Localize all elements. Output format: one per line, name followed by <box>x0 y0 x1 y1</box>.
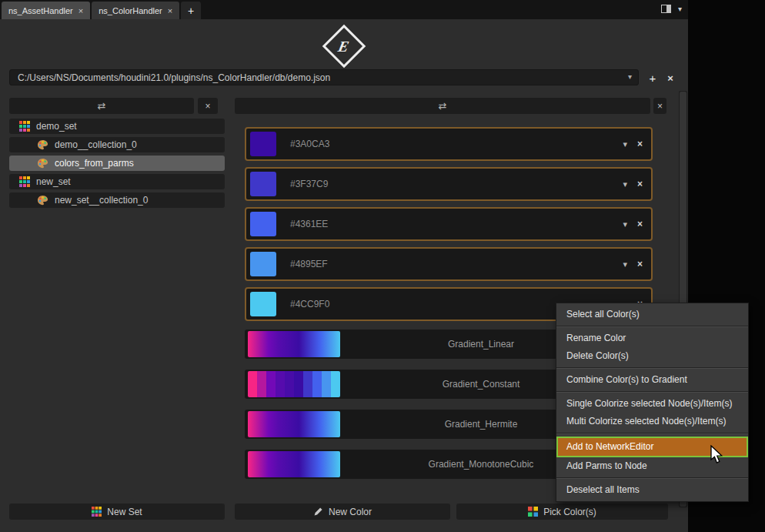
menu-item-select-all-color-s[interactable]: Select all Color(s) <box>556 306 748 323</box>
gradient-swatch[interactable] <box>248 411 340 437</box>
menu-item-single-colorize-selected-node-s-item-s[interactable]: Single Colorize selected Node(s)/Item(s) <box>556 395 748 413</box>
gradient-swatch[interactable] <box>248 451 340 477</box>
file-path-input[interactable] <box>9 69 639 85</box>
tree-item-label: demo__collection_0 <box>55 139 137 150</box>
color-swatch[interactable] <box>250 172 276 196</box>
palette-icon <box>37 139 48 151</box>
left-filter-clear-button[interactable]: × <box>198 98 218 114</box>
color-hex-label: #4895EF <box>290 259 328 269</box>
tab-bar: ns_AssetHandler × ns_ColorHandler × + ▾ <box>0 0 688 19</box>
pane-layout-icon[interactable] <box>661 5 671 13</box>
tab-close-icon[interactable]: × <box>168 6 172 15</box>
context-menu: Select all Color(s)Rename ColorDelete Co… <box>556 303 749 502</box>
close-icon[interactable]: × <box>637 259 643 269</box>
chevron-down-icon[interactable]: ▾ <box>623 179 627 189</box>
menu-separator <box>556 391 748 393</box>
new-tab-button[interactable]: + <box>181 2 201 19</box>
tab-close-icon[interactable]: × <box>79 6 83 15</box>
set-grid-icon <box>19 176 30 187</box>
tree-item-new-set[interactable]: new_set <box>9 174 225 189</box>
swap-arrows-icon: ⇄ <box>98 100 106 112</box>
right-filter-clear-button[interactable]: × <box>653 98 666 114</box>
palette-icon <box>37 158 48 169</box>
color-swatch[interactable] <box>250 212 276 236</box>
close-file-button[interactable]: × <box>663 71 677 85</box>
tab-label: ns_ColorHandler <box>99 6 162 15</box>
color-hex-label: #4CC9F0 <box>290 299 329 309</box>
tab-ns-assethandler[interactable]: ns_AssetHandler × <box>2 2 90 19</box>
menu-item-combine-color-s-to-gradient[interactable]: Combine Color(s) to Gradient <box>556 371 748 389</box>
set-grid-icon <box>92 507 102 517</box>
color-list: #3A0CA3 ▾ × #3F37C9 ▾ × #4361EE ▾ × #489… <box>245 127 653 327</box>
color-item-3f37c9[interactable]: #3F37C9 ▾ × <box>245 167 653 201</box>
menu-separator <box>556 477 748 479</box>
menu-item-multi-colorize-selected-node-s-item-s[interactable]: Multi Colorize selected Node(s)/Item(s) <box>556 413 748 430</box>
menu-separator <box>556 433 748 434</box>
color-picker-icon <box>528 507 538 517</box>
pen-icon <box>313 507 323 517</box>
color-swatch[interactable] <box>250 292 276 316</box>
tree-item-demo-set[interactable]: demo_set <box>9 119 225 134</box>
chevron-down-icon[interactable]: ▾ <box>623 139 627 149</box>
color-item-4895ef[interactable]: #4895EF ▾ × <box>245 247 653 281</box>
color-swatch[interactable] <box>250 132 276 156</box>
color-item-3a0ca3[interactable]: #3A0CA3 ▾ × <box>245 127 653 161</box>
left-filter-input[interactable]: ⇄ <box>9 98 194 114</box>
swap-arrows-icon: ⇄ <box>439 100 447 112</box>
chevron-down-icon[interactable]: ▾ <box>623 259 627 269</box>
set-grid-icon <box>19 121 30 132</box>
color-hex-label: #3F37C9 <box>290 179 328 189</box>
right-filter-input[interactable]: ⇄ <box>235 98 650 114</box>
pane-menu-dropdown-icon[interactable]: ▾ <box>678 5 682 13</box>
pane-layout-fill <box>666 5 670 12</box>
chevron-down-icon[interactable]: ▾ <box>623 219 627 229</box>
tree-item-colors-from-parms[interactable]: colors_from_parms <box>9 156 225 171</box>
file-path-combo[interactable]: ▾ <box>9 69 639 85</box>
chevron-down-icon[interactable]: ▾ <box>628 72 632 81</box>
menu-item-deselect-all-items[interactable]: Deselect all Items <box>556 481 748 499</box>
new-color-label: New Color <box>329 507 372 517</box>
pick-colors-button[interactable]: Pick Color(s) <box>456 504 668 520</box>
gradient-swatch[interactable] <box>248 331 340 357</box>
new-color-button[interactable]: New Color <box>235 504 450 520</box>
close-icon[interactable]: × <box>637 139 643 149</box>
palette-icon <box>37 195 48 206</box>
add-file-button[interactable]: + <box>646 71 660 85</box>
pane-controls: ▾ <box>661 5 682 13</box>
gradient-swatch[interactable] <box>248 371 340 397</box>
collection-tree: demo_set demo__collection_0 colors_from_… <box>9 119 225 211</box>
close-icon[interactable]: × <box>637 219 643 229</box>
menu-separator <box>556 326 748 327</box>
tree-item-label: new_set__collection_0 <box>55 195 148 206</box>
menu-item-delete-color-s[interactable]: Delete Color(s) <box>556 347 748 365</box>
color-hex-label: #4361EE <box>290 219 328 229</box>
mouse-cursor <box>710 445 723 468</box>
tree-item-label: new_set <box>36 176 71 187</box>
tree-item-label: colors_from_parms <box>55 158 134 169</box>
tree-item-label: demo_set <box>36 121 77 132</box>
new-set-label: New Set <box>107 507 142 517</box>
menu-separator <box>556 367 748 369</box>
plugin-logo: E <box>322 25 366 69</box>
new-set-button[interactable]: New Set <box>9 504 225 520</box>
menu-item-rename-color[interactable]: Rename Color <box>556 330 748 347</box>
color-hex-label: #3A0CA3 <box>290 139 329 149</box>
pick-colors-label: Pick Color(s) <box>543 507 596 517</box>
tree-item-new-set-collection-0[interactable]: new_set__collection_0 <box>9 192 225 208</box>
logo-letter: E <box>337 38 351 55</box>
color-item-4361ee[interactable]: #4361EE ▾ × <box>245 207 653 241</box>
close-icon[interactable]: × <box>637 179 643 189</box>
tab-label: ns_AssetHandler <box>8 6 73 15</box>
tree-item-demo-collection-0[interactable]: demo__collection_0 <box>9 137 225 152</box>
tab-ns-colorhandler[interactable]: ns_ColorHandler × <box>92 2 179 19</box>
color-swatch[interactable] <box>250 252 276 276</box>
